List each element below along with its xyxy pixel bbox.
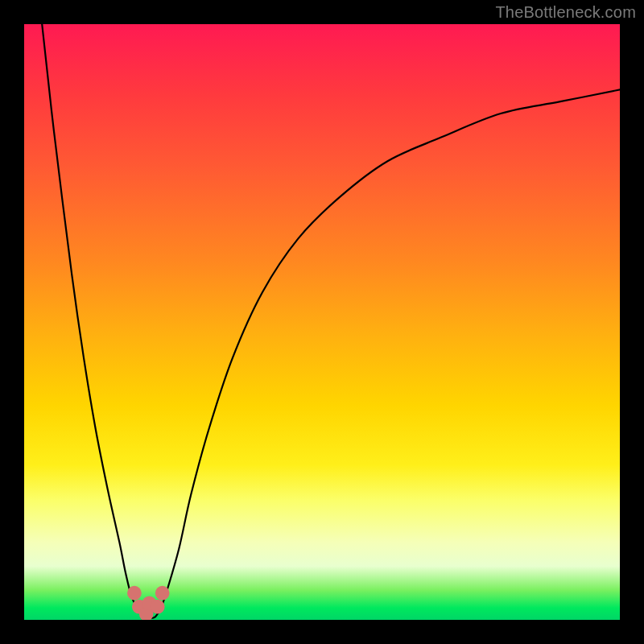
chart-plot-area [24,24,620,620]
valley-marker-dot [127,586,142,601]
chart-svg [24,24,620,620]
valley-marker-dot [151,600,165,614]
curve-left-branch [42,24,137,608]
curve-right-branch [161,89,620,608]
chart-frame: TheBottleneck.com [0,0,644,644]
valley-marker-dot [155,586,170,601]
valley-marker-group [127,586,170,620]
watermark-text: TheBottleneck.com [495,3,636,22]
